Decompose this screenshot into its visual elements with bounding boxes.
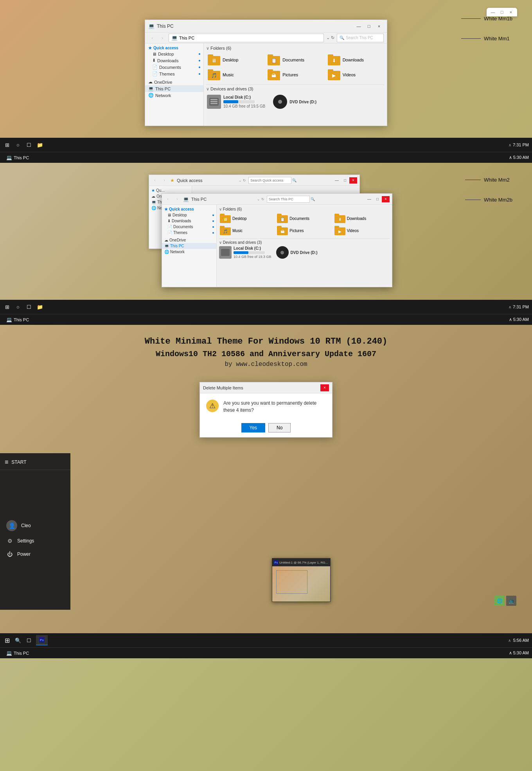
qa-max-btn[interactable]: □: [341, 177, 349, 184]
fe2-onedrive-icon: ☁: [164, 238, 168, 242]
start-icon-t3[interactable]: ⊞: [3, 636, 11, 644]
devices-section: ∨ Devices and drives (3): [206, 85, 385, 110]
corner-icon-2[interactable]: 📺: [506, 596, 516, 606]
fe2-sidebar-downloads[interactable]: ⬇ Downloads: [162, 218, 216, 224]
sidebar-desktop[interactable]: 🖥 Desktop: [145, 51, 203, 57]
folder-desktop[interactable]: 🖥 Desktop: [206, 53, 264, 67]
taskview-icon-t1[interactable]: ☐: [25, 141, 33, 149]
qa-title: Quick access: [177, 178, 202, 183]
folder-music[interactable]: 🎵 Music: [206, 68, 264, 81]
thispc-taskbar-item[interactable]: 💻 This PC: [3, 154, 32, 161]
folder-videos[interactable]: ▶ Videos: [326, 68, 385, 81]
qa-close-btn[interactable]: ×: [349, 177, 357, 184]
qa-back-btn[interactable]: ‹: [151, 177, 158, 184]
fe2-themes-icon: 📄: [167, 231, 172, 235]
fe2-sidebar-themes[interactable]: 📄 Themes: [162, 230, 216, 236]
sidebar-documents[interactable]: 📄 Documents: [145, 64, 203, 70]
fe-search-box[interactable]: 🔍 Search This PC: [337, 34, 384, 42]
qa-search-input[interactable]: [248, 177, 291, 184]
fe2-sidebar-network[interactable]: 🌐 Network: [162, 249, 216, 255]
taskview-icon-t2[interactable]: ☐: [25, 303, 33, 311]
fe2-folder-pictures[interactable]: 🏔 Pictures: [276, 225, 332, 236]
start-menu-user[interactable]: 👤 Cleo: [0, 517, 70, 534]
fe-minimize-btn[interactable]: —: [354, 22, 363, 30]
qa-fwd-btn[interactable]: ›: [161, 177, 168, 184]
delete-dialog-title: Delete Multiple Items: [203, 386, 243, 390]
start-menu-header-btn[interactable]: ≡ START: [0, 456, 70, 468]
explorer-icon-t1[interactable]: 📁: [36, 141, 44, 149]
fe2-folder-documents[interactable]: 📋 Documents: [276, 213, 332, 224]
start-icon-t1[interactable]: ⊞: [3, 141, 11, 149]
sidebar-quickaccess-header[interactable]: ★ Quick access: [145, 45, 203, 51]
fe-address-bar[interactable]: 💻 This PC: [169, 34, 324, 42]
sidebar-downloads[interactable]: ⬇ Downloads: [145, 57, 203, 64]
drive-c[interactable]: Local Disk (C:) 10.4 GB free of 19.5 GB: [206, 94, 266, 110]
main-title-line1: White Minimal Theme For Windows 10 RTM (…: [8, 337, 524, 346]
fe2-back-btn[interactable]: ‹: [164, 196, 171, 202]
folder-documents[interactable]: 📋 Documents: [266, 53, 324, 67]
folder-downloads[interactable]: ⬇ Downloads: [326, 53, 385, 67]
fe2-sidebar-documents[interactable]: 📄 Documents: [162, 224, 216, 230]
fe2-sidebar-qa[interactable]: ★ Quick access: [162, 206, 216, 212]
fe-maximize-btn[interactable]: □: [364, 22, 374, 30]
fe2-sidebar-thispc[interactable]: 💻 This PC: [162, 243, 216, 249]
explorer-icon-t2[interactable]: 📁: [36, 303, 44, 311]
taskbar-1: ⊞ ○ ☐ 📁 ∧ 7:31 PM: [0, 138, 532, 152]
label-mm1: White Mm1: [484, 36, 510, 41]
fe2-close-btn[interactable]: ×: [382, 196, 390, 202]
fe2-drive-c[interactable]: Local Disk (C:) 10.4 GB free of 19.3 GB: [219, 246, 271, 259]
delete-dialog-close-btn[interactable]: ×: [320, 384, 329, 391]
folder-pictures[interactable]: 🏔 Pictures: [266, 68, 324, 81]
search-icon-t1[interactable]: ○: [14, 141, 22, 149]
sidebar-onedrive[interactable]: ☁ OneDrive: [145, 79, 203, 85]
fe2-devices-header: ∨ Devices and drives (3): [219, 240, 390, 245]
fe2-folder-desktop[interactable]: 🖥 Desktop: [219, 213, 275, 224]
fe2-sidebar-onedrive[interactable]: ☁ OneDrive: [162, 237, 216, 243]
fe-fwd-btn[interactable]: ›: [158, 34, 166, 42]
search-icon-t3[interactable]: 🔍: [14, 636, 22, 644]
settings-icon: ⚙: [6, 537, 13, 544]
fe2-documents-dot: [212, 226, 214, 228]
sidebar-network[interactable]: 🌐 Network: [145, 92, 203, 99]
fe2-sidebar-desktop[interactable]: 🖥 Desktop: [162, 212, 216, 218]
qa-sidebar-qu[interactable]: ★ Qu...: [149, 187, 192, 193]
taskbar-2: ⊞ ○ ☐ 📁 ∧ 7:31 PM: [0, 300, 532, 314]
fe-back-btn[interactable]: ‹: [148, 34, 156, 42]
fe2-folder-music[interactable]: 🎵 Music: [219, 225, 275, 236]
fe2-min-btn[interactable]: —: [365, 196, 373, 202]
start-menu-power[interactable]: ⏻ Power: [0, 548, 70, 561]
ps-taskbar-btn[interactable]: Ps: [36, 635, 48, 645]
corner-icon-1[interactable]: 🌐: [494, 596, 505, 606]
fe2-max-btn[interactable]: □: [374, 196, 381, 202]
search-icon-t2[interactable]: ○: [14, 303, 22, 311]
downloads-dot: [199, 60, 200, 61]
sort-icon: ⌄: [326, 35, 330, 40]
fe2-search-input[interactable]: [267, 196, 310, 203]
sidebar-thispc[interactable]: 💻 This PC: [145, 85, 203, 92]
fe2-folder-videos[interactable]: ▶ Videos: [334, 225, 390, 236]
taskbar-3-right: ∧ 5:56 AM: [508, 638, 529, 643]
taskview-icon-t3[interactable]: ☐: [25, 636, 33, 644]
thispc-taskbar2-item[interactable]: 💻 This PC: [3, 316, 32, 323]
drive-d[interactable]: DVD Drive (D:): [272, 94, 317, 110]
dialog-no-btn[interactable]: No: [268, 423, 291, 432]
thispc-taskbar3-item[interactable]: 💻 This PC: [3, 650, 32, 657]
taskbar-time-3b: ∧ 5:30 AM: [509, 650, 529, 656]
fe2-folder-downloads[interactable]: ⬇ Downloads: [334, 213, 390, 224]
close-btn-corner[interactable]: ×: [507, 9, 515, 15]
fe2-drives-list: Local Disk (C:) 10.4 GB free of 19.3 GB: [219, 246, 390, 259]
maximize-btn-corner[interactable]: □: [498, 9, 506, 15]
qa-min-btn[interactable]: —: [333, 177, 341, 184]
minimize-btn-corner[interactable]: —: [489, 9, 497, 15]
dialog-yes-btn[interactable]: Yes: [241, 423, 266, 432]
fe-close-btn[interactable]: ×: [374, 22, 384, 30]
start-menu-settings[interactable]: ⚙ Settings: [0, 534, 70, 548]
start-icon-t2[interactable]: ⊞: [3, 303, 11, 311]
fe2-devices: ∨ Devices and drives (3) Local Disk (C:): [219, 238, 390, 259]
ps-window-title: Untitled-1 @ 66.7% (Layer 1, RG...: [279, 561, 328, 564]
sidebar-themes[interactable]: 📄 Themes: [145, 70, 203, 77]
fe2-drive-d[interactable]: DVD Drive (D:): [276, 246, 318, 259]
fe2-desktop-icon: 🖥: [167, 213, 171, 217]
fe2-fwd-btn[interactable]: ›: [174, 196, 181, 202]
refresh-icon[interactable]: ↻: [331, 35, 334, 40]
